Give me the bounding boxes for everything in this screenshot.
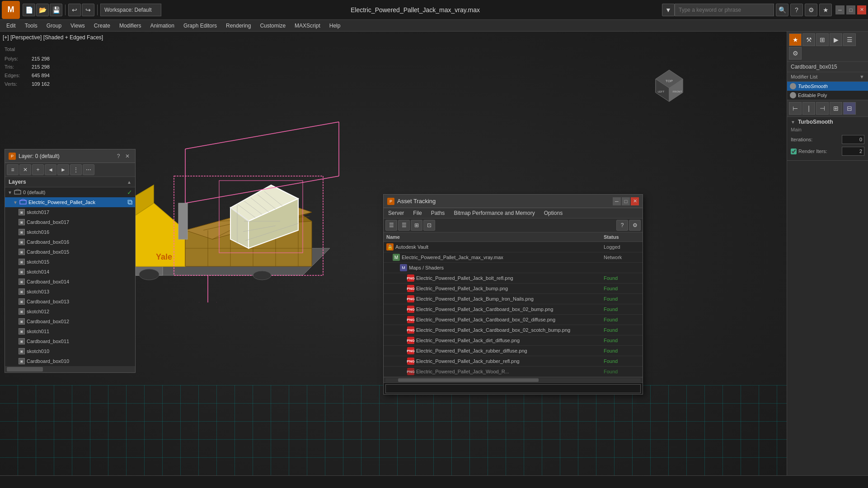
at-row-maps[interactable]: M Maps / Shaders xyxy=(384,263,643,273)
rp-icon-utilities[interactable]: ⚙ xyxy=(789,47,802,60)
list-item[interactable]: ▣ skotch017 xyxy=(5,207,135,217)
menu-edit[interactable]: Edit xyxy=(2,20,20,32)
at-row-png9[interactable]: PNG Electric_Powered_Pallet_Jack_rubber_… xyxy=(384,356,643,367)
at-menu-paths[interactable]: Paths xyxy=(427,208,450,218)
menu-create[interactable]: Create xyxy=(89,20,115,32)
layer-item-default[interactable]: ▼ 0 (default) ✓ xyxy=(5,187,135,197)
menu-views[interactable]: Views xyxy=(66,20,89,32)
save-file-btn[interactable]: 💾 xyxy=(50,4,62,16)
menu-animation[interactable]: Animation xyxy=(146,20,179,32)
list-item[interactable]: ▣ Cardboard_box017 xyxy=(5,217,135,227)
list-item[interactable]: ▣ skotch016 xyxy=(5,227,135,237)
menu-graph-editors[interactable]: Graph Editors xyxy=(179,20,221,32)
layers-delete-btn[interactable]: ✕ xyxy=(19,164,31,175)
layer-item-pallet-jack[interactable]: ▼ Electric_Powered_Pallet_Jack ⧉ xyxy=(5,197,135,207)
close-btn[interactable]: ✕ xyxy=(857,5,866,14)
at-close-btn[interactable]: ✕ xyxy=(631,197,639,205)
layers-move-down-btn[interactable]: ► xyxy=(57,164,69,175)
at-row-png1[interactable]: PNG Electric_Powered_Pallet_Jack_bolt_re… xyxy=(384,273,643,284)
at-row-maxfile[interactable]: M Electric_Powered_Pallet_Jack_max_vray.… xyxy=(384,252,643,263)
at-menu-file[interactable]: File xyxy=(408,208,426,218)
layers-list-btn[interactable]: ≡ xyxy=(7,164,19,175)
at-row-png2[interactable]: PNG Electric_Powered_Pallet_Jack_bump.pn… xyxy=(384,284,643,294)
list-item[interactable]: ▣ Cardboard_box014 xyxy=(5,277,135,287)
list-item[interactable]: ▣ skotch012 xyxy=(5,307,135,316)
search-input[interactable] xyxy=(675,4,774,16)
align-left-icon[interactable]: ⊢ xyxy=(789,102,802,115)
rp-icon-modify[interactable]: ⚒ xyxy=(802,33,815,46)
at-tb-btn4[interactable]: ⊡ xyxy=(423,220,435,231)
list-item[interactable]: ▣ Cardboard_box011 xyxy=(5,336,135,346)
menu-help[interactable]: Help xyxy=(325,20,345,32)
menu-customize[interactable]: Customize xyxy=(255,20,290,32)
at-tb-btn2[interactable]: ☰ xyxy=(398,220,410,231)
layers-move-up-btn[interactable]: ◄ xyxy=(45,164,56,175)
settings-btn[interactable]: ⚙ xyxy=(805,4,817,16)
at-row-png10[interactable]: PNG Electric_Powered_Pallet_Jack_Wood_R.… xyxy=(384,367,643,377)
at-row-vault[interactable]: 🔒 Autodesk Vault Logged xyxy=(384,242,643,252)
rp-icon-motion[interactable]: ▶ xyxy=(830,33,842,46)
at-menu-options[interactable]: Options xyxy=(540,208,567,218)
viewport[interactable]: [+] [Perspective] [Shaded + Edged Faces]… xyxy=(0,32,787,475)
layers-more1-btn[interactable]: ⋮ xyxy=(70,164,82,175)
modifier-editable-poly[interactable]: Editable Poly xyxy=(787,91,868,100)
list-item[interactable]: ▣ skotch013 xyxy=(5,287,135,297)
nav-cube[interactable]: TOP LEFT FRONT xyxy=(651,68,687,104)
at-row-png6[interactable]: PNG Electric_Powered_Pallet_Jack_Cardboa… xyxy=(384,325,643,335)
at-minimize-btn[interactable]: ─ xyxy=(613,197,621,205)
layers-scrollbar[interactable] xyxy=(5,366,135,372)
render-iters-checkbox[interactable] xyxy=(791,149,797,154)
search-icon-btn[interactable]: 🔍 xyxy=(776,4,788,16)
minimize-btn[interactable]: ─ xyxy=(835,5,845,14)
align-more-icon[interactable]: ⊞ xyxy=(830,102,842,115)
rp-icon-display[interactable]: ☰ xyxy=(843,33,856,46)
open-file-btn[interactable]: 📂 xyxy=(36,4,49,16)
menu-maxscript[interactable]: MAXScript xyxy=(290,20,325,32)
new-file-btn[interactable]: 📄 xyxy=(23,4,35,16)
list-item[interactable]: ▣ Cardboard_box013 xyxy=(5,297,135,307)
rp-icon-star[interactable]: ★ xyxy=(789,33,802,46)
at-menu-server[interactable]: Server xyxy=(384,208,408,218)
render-iters-input[interactable] xyxy=(842,147,864,156)
redo-btn[interactable]: ↪ xyxy=(82,4,94,16)
rp-icon-hierarchy[interactable]: ⊞ xyxy=(816,33,829,46)
question-btn[interactable]: ? xyxy=(790,4,803,16)
modifier-turbosmooth[interactable]: TurboSmooth xyxy=(787,82,868,91)
at-hscrollbar[interactable] xyxy=(384,377,643,382)
layers-help-btn[interactable]: ? xyxy=(114,152,122,160)
list-item[interactable]: ▣ skotch011 xyxy=(5,326,135,336)
asset-tracking-rows[interactable]: 🔒 Autodesk Vault Logged M Electric_Power… xyxy=(384,242,643,377)
layers-add-btn[interactable]: + xyxy=(32,164,44,175)
search-toggle-btn[interactable]: ▼ xyxy=(662,4,675,16)
at-maximize-btn[interactable]: □ xyxy=(622,197,630,205)
at-row-png8[interactable]: PNG Electric_Powered_Pallet_Jack_rubber_… xyxy=(384,346,643,356)
align-center-v-icon[interactable]: | xyxy=(802,102,815,115)
align-grid-icon[interactable]: ⊟ xyxy=(843,102,856,115)
layers-list[interactable]: ▼ 0 (default) ✓ ▼ xyxy=(5,187,135,366)
list-item[interactable]: ▣ Cardboard_box015 xyxy=(5,247,135,257)
menu-group[interactable]: Group xyxy=(42,20,66,32)
list-item[interactable]: ▣ skotch015 xyxy=(5,257,135,267)
at-menu-bitmap[interactable]: Bitmap Performance and Memory xyxy=(449,208,539,218)
at-tb-btn1[interactable]: ☰ xyxy=(385,220,397,231)
at-row-png5[interactable]: PNG Electric_Powered_Pallet_Jack_Cardboa… xyxy=(384,315,643,325)
list-item[interactable]: ▣ skotch010 xyxy=(5,346,135,356)
align-right-icon[interactable]: ⊣ xyxy=(816,102,829,115)
turbosmooth-collapse-btn[interactable]: ▼ xyxy=(791,120,795,125)
at-bottom-input[interactable] xyxy=(385,384,641,393)
at-tb-settings-btn[interactable]: ⚙ xyxy=(629,220,641,231)
list-item[interactable]: ▣ Cardboard_box012 xyxy=(5,316,135,326)
list-item[interactable]: ▣ Cardboard_box010 xyxy=(5,356,135,366)
at-tb-btn3[interactable]: ⊞ xyxy=(411,220,422,231)
star-btn[interactable]: ★ xyxy=(819,4,832,16)
maximize-btn[interactable]: □ xyxy=(846,5,855,14)
menu-rendering[interactable]: Rendering xyxy=(221,20,255,32)
undo-btn[interactable]: ↩ xyxy=(68,4,81,16)
menu-modifiers[interactable]: Modifiers xyxy=(115,20,146,32)
workspace-selector[interactable]: Workspace: Default xyxy=(100,4,161,16)
iterations-input[interactable] xyxy=(842,135,864,144)
at-row-png7[interactable]: PNG Electric_Powered_Pallet_Jack_dirt_di… xyxy=(384,335,643,346)
layers-more2-btn[interactable]: ⋯ xyxy=(83,164,94,175)
menu-tools[interactable]: Tools xyxy=(20,20,42,32)
at-tb-help-btn[interactable]: ? xyxy=(616,220,628,231)
